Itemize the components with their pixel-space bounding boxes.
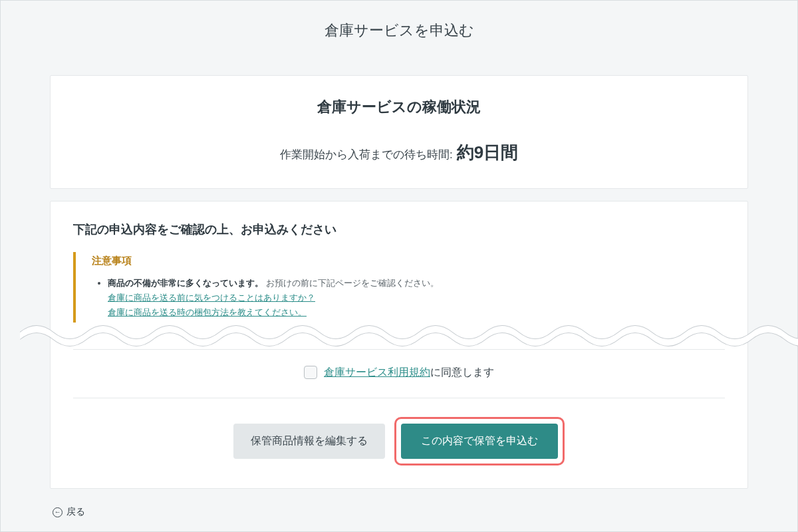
confirm-heading: 下記の申込内容をご確認の上、お申込みください (73, 221, 725, 237)
back-link[interactable]: ← 戻る (53, 506, 85, 518)
status-heading: 倉庫サービスの稼働状況 (73, 97, 725, 117)
notice-title: 注意事項 (92, 255, 725, 267)
back-link-label: 戻る (66, 506, 85, 518)
actions-section: 保管商品情報を編集する この内容で保管を申込む (73, 398, 725, 488)
edit-button[interactable]: 保管商品情報を編集する (233, 424, 385, 459)
terms-checkbox-label[interactable]: 倉庫サービス利用規約に同意します (304, 366, 494, 380)
status-wait-line: 作業開始から入荷までの待ち時間: 約9日間 (280, 141, 518, 164)
notice-lead: 商品の不備が非常に多くなっています。 (108, 278, 263, 288)
page-title: 倉庫サービスを申込む (1, 21, 797, 41)
content-truncation-indicator (73, 316, 725, 349)
submit-button-highlight: この内容で保管を申込む (394, 417, 565, 466)
submit-button[interactable]: この内容で保管を申込む (401, 424, 558, 459)
terms-checkbox[interactable] (304, 366, 317, 379)
terms-link[interactable]: 倉庫サービス利用規約 (324, 366, 430, 378)
wave-icon (20, 309, 798, 349)
status-wait-label: 作業開始から入荷までの待ち時間: (280, 147, 453, 162)
confirm-card: 下記の申込内容をご確認の上、お申込みください 注意事項 商品の不備が非常に多くな… (50, 201, 748, 489)
notice-sub: お預けの前に下記ページをご確認ください。 (266, 279, 439, 288)
help-link-precautions[interactable]: 倉庫に商品を送る前に気をつけることはありますか？ (108, 291, 725, 305)
agreement-section: 倉庫サービス利用規約に同意します (73, 349, 725, 398)
status-card: 倉庫サービスの稼働状況 作業開始から入荷までの待ち時間: 約9日間 (50, 75, 748, 189)
status-wait-value: 約9日間 (457, 141, 518, 164)
back-arrow-icon: ← (53, 507, 63, 517)
terms-suffix: に同意します (430, 366, 494, 378)
